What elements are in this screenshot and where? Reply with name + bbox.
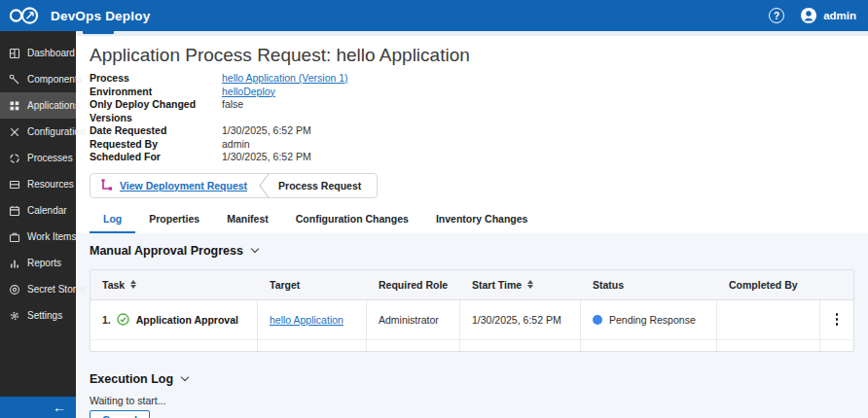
process-link[interactable]: hello Application (Version 1) bbox=[222, 72, 348, 84]
clipped-breadcrumb-fragment bbox=[83, 31, 114, 34]
detail-label: Process bbox=[90, 72, 222, 86]
detail-label: Date Requested bbox=[90, 124, 222, 138]
sidebar-item-configuration[interactable]: Configuration bbox=[0, 119, 76, 145]
view-deployment-request-link[interactable]: View Deployment Request bbox=[120, 180, 247, 192]
status-label: Pending Response bbox=[609, 314, 696, 326]
username-label: admin bbox=[823, 10, 856, 21]
help-icon[interactable]: ? bbox=[769, 8, 784, 23]
clipped-breadcrumb-strip bbox=[76, 31, 868, 36]
sidebar-collapse-bar[interactable]: ← bbox=[0, 397, 76, 418]
manual-approval-progress-header[interactable]: Manual Approval Progress bbox=[90, 244, 854, 258]
process-request-crumb: Process Request bbox=[271, 180, 377, 192]
detail-label: Environment bbox=[90, 86, 222, 99]
approval-check-icon bbox=[117, 313, 129, 326]
target-link[interactable]: hello Application bbox=[270, 314, 344, 326]
tab-inventory-changes[interactable]: Inventory Changes bbox=[422, 207, 542, 233]
resources-icon bbox=[9, 179, 20, 191]
chevron-left-separator-icon bbox=[257, 173, 271, 198]
devops-infinity-logo-icon bbox=[8, 6, 41, 25]
sort-icon[interactable] bbox=[527, 280, 533, 290]
sidebar: Dashboard Components Applications Config… bbox=[0, 31, 76, 418]
tab-log[interactable]: Log bbox=[90, 207, 135, 233]
chevron-down-icon bbox=[251, 245, 259, 253]
sidebar-item-label: Processes bbox=[27, 153, 73, 163]
column-header-start-time: Start Time bbox=[472, 279, 522, 291]
sidebar-item-processes[interactable]: Processes bbox=[0, 145, 76, 171]
detail-value: 1/30/2025, 6:52 PM bbox=[222, 124, 854, 138]
approval-table: Task Target Required Role Start Time Sta… bbox=[90, 269, 854, 352]
sidebar-item-components[interactable]: Components bbox=[0, 66, 76, 92]
sidebar-item-label: Components bbox=[27, 74, 83, 85]
start-time-value: 1/30/2025, 6:52 PM bbox=[472, 314, 561, 326]
sidebar-item-resources[interactable]: Resources bbox=[0, 171, 76, 197]
sidebar-item-work-items[interactable]: Work Items bbox=[0, 224, 76, 250]
pending-status-dot-icon bbox=[593, 315, 602, 325]
tab-manifest[interactable]: Manifest bbox=[213, 207, 282, 233]
table-header-row: Task Target Required Role Start Time Sta… bbox=[90, 270, 853, 300]
sidebar-item-applications[interactable]: Applications bbox=[0, 92, 76, 119]
configuration-icon bbox=[9, 126, 20, 138]
detail-value: admin bbox=[222, 138, 854, 152]
tab-bar: Log Properties Manifest Configuration Ch… bbox=[90, 207, 854, 233]
dashboard-icon bbox=[9, 48, 20, 59]
detail-value: false bbox=[222, 98, 854, 124]
sidebar-item-calendar[interactable]: Calendar bbox=[0, 197, 76, 224]
tab-configuration-changes[interactable]: Configuration Changes bbox=[282, 207, 422, 233]
sidebar-item-dashboard[interactable]: Dashboard bbox=[0, 40, 76, 66]
devops-deploy-window: DevOps Deploy ? admin Dashboard Componen… bbox=[0, 0, 868, 418]
sidebar-item-label: Work Items bbox=[27, 231, 76, 242]
components-icon bbox=[9, 74, 20, 86]
detail-label: Only Deploy Changed Versions bbox=[90, 98, 222, 124]
sidebar-item-label: Settings bbox=[27, 310, 62, 321]
sidebar-item-label: Calendar bbox=[27, 205, 67, 216]
sidebar-item-settings[interactable]: Settings bbox=[0, 302, 76, 329]
secret-stores-icon bbox=[9, 284, 20, 296]
column-header-status: Status bbox=[593, 279, 624, 291]
chevron-down-icon bbox=[181, 373, 189, 381]
execution-status-text: Waiting to start... bbox=[90, 395, 854, 406]
main-content: Application Process Request: hello Appli… bbox=[76, 31, 868, 418]
sort-icon[interactable] bbox=[130, 280, 136, 290]
table-row: 1. Application Approval hello Applicatio… bbox=[90, 300, 853, 339]
processes-icon bbox=[9, 153, 20, 164]
avatar-icon bbox=[800, 7, 817, 24]
collapse-arrow-icon[interactable]: ← bbox=[53, 400, 66, 415]
user-menu[interactable]: admin bbox=[800, 7, 856, 24]
task-index: 1. bbox=[102, 314, 111, 326]
row-overflow-menu-icon[interactable] bbox=[832, 309, 843, 330]
sidebar-item-label: Dashboard bbox=[27, 48, 75, 58]
environment-link[interactable]: helloDeploy bbox=[222, 86, 275, 97]
deployment-tree-icon bbox=[100, 179, 113, 192]
applications-icon bbox=[9, 100, 20, 112]
column-header-required-role: Required Role bbox=[379, 279, 448, 291]
app-title: DevOps Deploy bbox=[51, 9, 150, 23]
cancel-button[interactable]: Cancel bbox=[90, 410, 150, 418]
column-header-task: Task bbox=[102, 279, 125, 291]
top-header-bar: DevOps Deploy ? admin bbox=[0, 0, 868, 31]
section-title: Execution Log bbox=[90, 372, 173, 386]
task-name: Application Approval bbox=[136, 314, 238, 326]
settings-icon bbox=[9, 310, 20, 322]
detail-value: 1/30/2025, 6:52 PM bbox=[222, 151, 854, 164]
work-items-icon bbox=[9, 231, 20, 243]
required-role-value: Administrator bbox=[379, 314, 439, 326]
sidebar-item-label: Configuration bbox=[27, 126, 85, 137]
page-title: Application Process Request: hello Appli… bbox=[90, 45, 854, 66]
sidebar-item-label: Applications bbox=[27, 100, 80, 111]
sidebar-item-label: Secret Stores bbox=[27, 284, 87, 295]
detail-label: Scheduled For bbox=[90, 151, 222, 164]
sidebar-item-label: Resources bbox=[27, 179, 74, 190]
request-navigation: View Deployment Request Process Request bbox=[90, 173, 378, 198]
calendar-icon bbox=[9, 205, 20, 217]
execution-log-header[interactable]: Execution Log bbox=[90, 372, 854, 386]
detail-label: Requested By bbox=[90, 138, 222, 152]
sidebar-item-secret-stores[interactable]: Secret Stores bbox=[0, 276, 76, 302]
column-header-completed-by: Completed By bbox=[729, 279, 798, 291]
column-header-target: Target bbox=[270, 279, 300, 291]
table-footer-row bbox=[90, 339, 853, 351]
tab-properties[interactable]: Properties bbox=[135, 207, 213, 233]
log-tab-panel: Manual Approval Progress Task Target Req… bbox=[76, 233, 868, 418]
sidebar-item-reports[interactable]: Reports bbox=[0, 250, 76, 276]
reports-icon bbox=[9, 258, 20, 269]
sidebar-item-label: Reports bbox=[27, 258, 61, 268]
